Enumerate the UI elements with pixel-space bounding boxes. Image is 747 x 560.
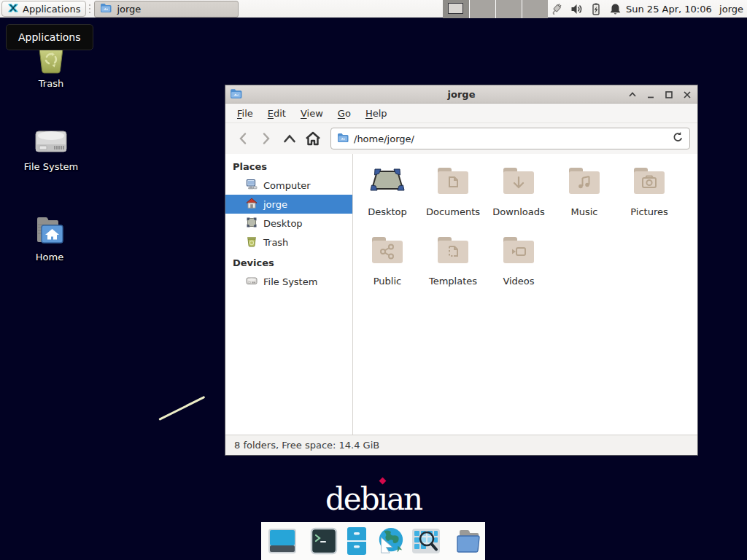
sidebar-item-file-system[interactable]: File System — [225, 272, 352, 291]
workspace-3[interactable] — [495, 0, 522, 18]
sidebar-item-label: Computer — [263, 180, 311, 191]
file-item-label: Documents — [420, 206, 486, 217]
close-button[interactable] — [683, 90, 692, 99]
folder-launcher-icon[interactable] — [454, 526, 483, 556]
sidebar-item-label: Trash — [263, 237, 288, 248]
file-item-label: Desktop — [355, 206, 420, 217]
maximize-button[interactable] — [665, 90, 673, 99]
notifications-icon[interactable] — [608, 2, 623, 16]
sidebar-item-label: File System — [263, 276, 317, 287]
file-item-label: Public — [355, 276, 420, 287]
battery-icon[interactable] — [589, 2, 604, 16]
bottom-dock — [261, 522, 485, 560]
folder-public-icon — [355, 233, 420, 268]
sidebar-item-computer[interactable]: Computer — [225, 176, 352, 195]
folder-icon — [100, 3, 112, 15]
debian-logo: debıan — [301, 481, 446, 517]
file-item-downloads[interactable]: Downloads — [486, 164, 551, 217]
file-item-label: Videos — [486, 276, 551, 287]
folder-templates-icon — [420, 233, 486, 268]
minimize-button[interactable] — [646, 90, 655, 99]
file-item-videos[interactable]: Videos — [486, 233, 551, 287]
desktop-scratch-line — [158, 396, 205, 421]
sidebar-item-desktop[interactable]: Desktop — [225, 214, 352, 233]
back-button[interactable] — [233, 128, 253, 149]
file-item-label: Templates — [420, 276, 486, 287]
up-button[interactable] — [279, 128, 300, 149]
desktop-icon-label: Trash — [16, 78, 86, 89]
sidebar-item-trash[interactable]: Trash — [225, 233, 352, 252]
menu-view[interactable]: View — [295, 106, 329, 121]
forward-button[interactable] — [256, 128, 276, 149]
folder-documents-icon — [420, 164, 486, 199]
desktop-icon — [246, 217, 258, 230]
menu-help[interactable]: Help — [360, 106, 393, 121]
folder-videos-icon — [486, 233, 551, 268]
path-text: /home/jorge/ — [354, 133, 667, 144]
panel-handle[interactable] — [88, 2, 91, 15]
status-text: 8 folders, Free space: 14.4 GiB — [234, 440, 379, 451]
reload-icon[interactable] — [673, 131, 684, 146]
desktop-icon-label: Home — [15, 252, 85, 262]
file-manager-window: jorge File Edit View Go Help — [225, 85, 698, 456]
web-browser-icon[interactable] — [376, 526, 405, 556]
titlebar[interactable]: jorge — [225, 85, 697, 104]
workspace-1[interactable] — [443, 0, 469, 18]
workspace-pager — [443, 0, 548, 18]
file-item-documents[interactable]: Documents — [420, 164, 486, 217]
workspace-window-preview — [448, 3, 463, 14]
menu-file[interactable]: File — [231, 106, 259, 121]
home-button[interactable] — [303, 128, 323, 149]
sidebar-item-label: jorge — [263, 199, 287, 210]
panel-user-label[interactable]: jorge — [719, 0, 743, 18]
home-folder-icon — [15, 214, 85, 248]
path-folder-icon — [337, 132, 349, 146]
folder-music-icon — [551, 164, 617, 199]
file-item-public[interactable]: Public — [355, 233, 420, 287]
desktop-icon-home[interactable]: Home — [15, 214, 85, 262]
applications-menu-button[interactable]: Applications — [1, 1, 86, 17]
desktop-icon-file-system[interactable]: File System — [16, 125, 86, 172]
toolbar: /home/jorge/ — [225, 123, 697, 154]
menubar: File Edit View Go Help — [225, 104, 697, 123]
sidebar: Places Computer — [225, 154, 353, 435]
hard-drive-icon — [16, 125, 86, 158]
volume-icon[interactable] — [570, 2, 584, 16]
taskbar-window-label: jorge — [117, 4, 141, 15]
taskbar-window-button[interactable]: jorge — [94, 1, 239, 18]
window-title: jorge — [225, 89, 697, 100]
workspace-2[interactable] — [469, 0, 495, 18]
file-manager-icon[interactable] — [344, 526, 369, 556]
file-item-label: Music — [551, 206, 617, 217]
file-item-pictures[interactable]: Pictures — [616, 164, 682, 217]
file-item-label: Downloads — [486, 206, 551, 217]
sidebar-header-devices: Devices — [225, 254, 352, 272]
folder-downloads-icon — [486, 164, 551, 199]
computer-icon — [246, 179, 258, 192]
menu-edit[interactable]: Edit — [262, 106, 292, 121]
network-icon[interactable] — [549, 2, 564, 16]
desktop-icon-label: File System — [16, 161, 86, 172]
top-panel: Applications jorge — [0, 0, 747, 18]
file-item-label: Pictures — [616, 206, 682, 217]
file-item-templates[interactable]: Templates — [420, 233, 486, 287]
app-finder-icon[interactable] — [411, 526, 441, 556]
applications-tooltip: Applications — [6, 24, 93, 50]
path-bar[interactable]: /home/jorge/ — [330, 128, 690, 149]
panel-clock[interactable]: Sun 25 Apr, 10:06 — [626, 0, 712, 18]
hard-drive-icon — [246, 275, 258, 289]
applications-menu-label: Applications — [23, 4, 80, 15]
workspace-4[interactable] — [522, 0, 548, 18]
file-item-desktop[interactable]: Desktop — [355, 164, 420, 217]
show-desktop-icon[interactable] — [268, 526, 297, 556]
terminal-icon[interactable] — [310, 526, 338, 556]
menu-go[interactable]: Go — [332, 106, 357, 121]
sidebar-header-places: Places — [225, 158, 352, 176]
status-bar: 8 folders, Free space: 14.4 GiB — [225, 435, 697, 455]
shade-button[interactable] — [628, 90, 637, 99]
file-item-music[interactable]: Music — [551, 164, 617, 217]
window-folder-icon — [230, 88, 242, 102]
xfce-logo-icon — [7, 2, 19, 16]
file-list-area[interactable]: Desktop Documents — [353, 154, 697, 435]
sidebar-item-jorge[interactable]: jorge — [225, 195, 352, 214]
